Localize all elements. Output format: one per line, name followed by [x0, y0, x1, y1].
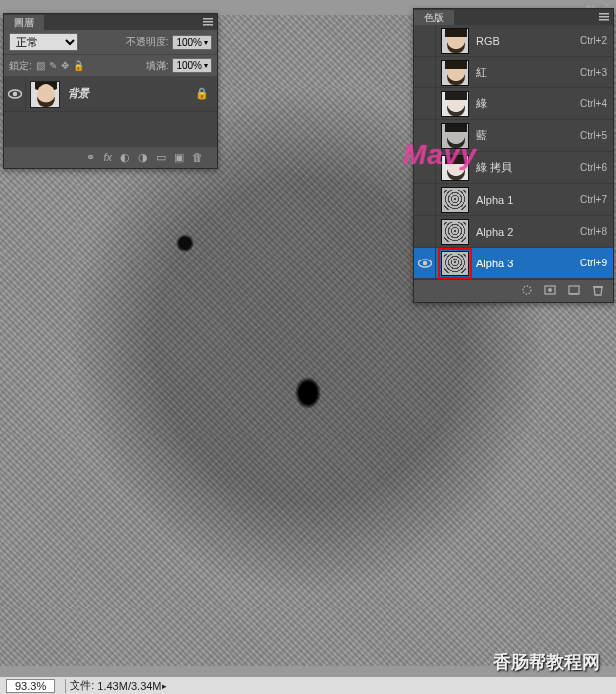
svg-point-9 [422, 260, 426, 264]
status-flyout-icon[interactable]: ▸ [162, 681, 167, 691]
watermark-brand: Mavy [403, 139, 477, 171]
opacity-label: 不透明度: [126, 35, 169, 49]
channel-shortcut: Ctrl+6 [580, 162, 613, 173]
fx-icon[interactable]: fx [103, 151, 112, 164]
channels-flyout-menu-icon[interactable] [595, 9, 613, 25]
filesize-value: 1.43M/3.34M [97, 680, 161, 692]
channel-name: 綠 [474, 96, 580, 111]
channel-shortcut: Ctrl+3 [580, 67, 613, 78]
channel-visibility[interactable] [414, 184, 436, 215]
trash-icon[interactable] [591, 284, 605, 298]
layer-name[interactable]: 背景 [64, 87, 195, 101]
layer-lock-icon[interactable]: 🔒 [195, 87, 217, 100]
link-layers-icon[interactable]: ⚭ [86, 151, 95, 164]
channel-thumbnail[interactable] [441, 187, 469, 213]
channel-thumbnail[interactable] [441, 91, 469, 117]
channel-visibility[interactable] [414, 57, 436, 87]
channel-thumbnail[interactable] [441, 219, 469, 245]
svg-rect-15 [593, 286, 603, 288]
load-selection-icon[interactable] [520, 284, 534, 298]
channel-name: 綠 拷貝 [474, 160, 580, 175]
channels-panel-tabbar: 色版 [414, 9, 613, 25]
opacity-spinner[interactable]: 100%▾ [172, 35, 212, 50]
svg-rect-0 [203, 18, 213, 20]
svg-rect-5 [599, 13, 609, 15]
channel-thumbnail[interactable] [441, 28, 469, 54]
channel-name: 藍 [474, 128, 580, 143]
eye-icon[interactable] [418, 259, 432, 268]
lock-icons-group: ▧ ✎ ✥ 🔒 [36, 60, 84, 71]
eye-icon[interactable] [8, 89, 22, 99]
channel-item-alpha-2[interactable]: Alpha 2Ctrl+8 [414, 216, 613, 248]
fill-spinner[interactable]: 100%▾ [172, 58, 212, 73]
svg-rect-6 [599, 16, 609, 18]
channel-shortcut: Ctrl+2 [580, 35, 613, 46]
channel-name: Alpha 3 [474, 258, 580, 269]
channel-thumbnail[interactable] [441, 60, 469, 86]
new-channel-icon[interactable] [567, 284, 581, 298]
channel-visibility[interactable] [414, 248, 436, 278]
channel-item-紅[interactable]: 紅Ctrl+3 [414, 57, 613, 88]
svg-rect-1 [203, 21, 213, 23]
lock-transparent-icon[interactable]: ▧ [36, 60, 45, 71]
new-layer-icon[interactable]: ▣ [174, 151, 184, 164]
layers-flyout-menu-icon[interactable] [199, 14, 217, 30]
channel-name: 紅 [474, 65, 580, 80]
channel-item-alpha-1[interactable]: Alpha 1Ctrl+7 [414, 184, 613, 216]
chevron-down-icon: ▾ [204, 61, 208, 70]
channel-shortcut: Ctrl+9 [580, 258, 613, 268]
lock-move-icon[interactable]: ✥ [61, 60, 69, 71]
status-bar: 93.3% 文件: 1.43M/3.34M ▸ [0, 676, 616, 694]
layer-item-background[interactable]: 背景 🔒 [4, 77, 217, 112]
channel-shortcut: Ctrl+8 [580, 226, 613, 237]
mask-icon[interactable]: ◐ [120, 151, 130, 164]
channel-visibility[interactable] [414, 88, 436, 119]
channel-item-alpha-3[interactable]: Alpha 3Ctrl+9 [414, 248, 613, 279]
layers-panel: 圖層 正常 不透明度: 100%▾ 鎖定: ▧ ✎ ✥ 🔒 填滿: 100%▾ [3, 13, 218, 169]
adjustment-icon[interactable]: ◑ [138, 151, 148, 164]
filesize-label: 文件: [70, 678, 94, 693]
channel-name: Alpha 1 [474, 194, 580, 206]
watermark-site-cn: 香肠帮教程网 [493, 650, 600, 674]
fill-label: 填滿: [146, 59, 169, 73]
channel-item-rgb[interactable]: RGBCtrl+2 [414, 25, 613, 57]
channel-visibility[interactable] [414, 25, 436, 56]
save-selection-icon[interactable] [543, 284, 557, 298]
channel-name: RGB [474, 35, 580, 47]
channel-item-綠[interactable]: 綠Ctrl+4 [414, 88, 613, 120]
divider [65, 679, 66, 693]
svg-point-10 [523, 286, 531, 294]
trash-icon[interactable]: 🗑 [192, 151, 203, 164]
channel-visibility[interactable] [414, 216, 436, 247]
layer-list: 背景 🔒 [4, 77, 217, 146]
svg-rect-2 [203, 24, 213, 26]
layers-blend-row: 正常 不透明度: 100%▾ [4, 30, 217, 55]
channel-shortcut: Ctrl+7 [580, 194, 613, 205]
channels-footer [414, 279, 613, 302]
blend-mode-select[interactable]: 正常 [9, 33, 78, 51]
lock-brush-icon[interactable]: ✎ [49, 60, 57, 71]
channel-name: Alpha 2 [474, 226, 580, 238]
svg-point-4 [12, 91, 16, 95]
layers-panel-tabbar: 圖層 [4, 14, 217, 30]
svg-point-12 [548, 288, 552, 292]
channels-tab[interactable]: 色版 [414, 10, 454, 25]
channel-thumbnail[interactable] [441, 251, 469, 276]
channel-shortcut: Ctrl+5 [580, 130, 613, 141]
svg-rect-13 [569, 286, 579, 294]
layers-tab[interactable]: 圖層 [4, 15, 44, 30]
lock-label: 鎖定: [9, 59, 32, 73]
chevron-down-icon: ▾ [204, 38, 208, 47]
layers-lock-row: 鎖定: ▧ ✎ ✥ 🔒 填滿: 100%▾ [4, 55, 217, 77]
layer-thumbnail[interactable] [30, 81, 60, 108]
lock-all-icon[interactable]: 🔒 [73, 60, 84, 71]
svg-rect-7 [599, 19, 609, 21]
svg-rect-14 [570, 293, 578, 295]
group-icon[interactable]: ▭ [156, 151, 166, 164]
channel-shortcut: Ctrl+4 [580, 98, 613, 109]
zoom-input[interactable]: 93.3% [6, 679, 55, 693]
layers-footer: ⚭ fx ◐ ◑ ▭ ▣ 🗑 [4, 146, 217, 168]
